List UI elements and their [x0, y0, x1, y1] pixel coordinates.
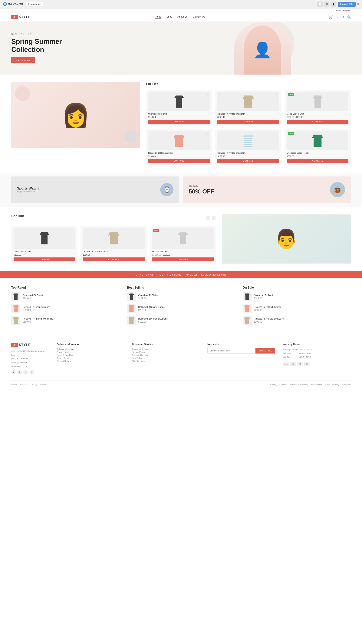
browser-bar-left: M MakeYourWP ECommerce: [3, 2, 43, 6]
footer-logo-column: UP STYLE Calide Wise 7293 Dickun Av. Ant…: [11, 343, 49, 375]
product-image: ♡: [148, 92, 210, 111]
nav-about[interactable]: About Us: [178, 15, 187, 19]
instagram-icon[interactable]: i: [29, 370, 34, 375]
footer-terms-condition[interactable]: Terms & Condition: [57, 354, 124, 356]
product-badge: -35%: [153, 229, 159, 232]
mini-product-image: [243, 304, 252, 313]
mini-product-info: Oversized Fit T-shirt $149.00: [23, 294, 43, 300]
for-her-title: For Her: [146, 82, 351, 86]
sports-watch-banner[interactable]: Sports Watch Bags & Accessories ⌚: [11, 176, 179, 203]
mini-product-info: Relaxed Fit Ribknit Jumper $299.00: [23, 306, 50, 312]
product-card: ♡ -35% Men's Grey T-Shirt $3,250.00 $800…: [150, 226, 216, 264]
product-name: Relaxed Fit Ribknit Jumper: [83, 250, 144, 253]
nav-shop[interactable]: Shop: [167, 15, 172, 19]
footer-search-terms[interactable]: Search Terms: [57, 357, 124, 359]
footer: UP STYLE Calide Wise 7293 Dickun Av. Ant…: [0, 335, 362, 390]
compare-button[interactable]: COMPARE: [152, 258, 214, 262]
browser-tab[interactable]: ECommerce: [26, 2, 43, 6]
mini-product-info: Relaxed Fit Ribknit Jumper $299.00: [138, 306, 165, 312]
footer-logo-box: UP: [11, 343, 18, 347]
launch-site-button[interactable]: Launch Site: [338, 2, 356, 6]
list-item: Relaxed Fit Printed sweatshirt $199.00: [243, 316, 351, 325]
product-image: ♡: [148, 131, 210, 150]
store-directory-link[interactable]: Store Directory: [325, 384, 339, 386]
mini-product-image: [127, 316, 136, 325]
product-card: ♡ Relaxed Fit Printed sweatshirt $199.00…: [215, 129, 281, 165]
about-us-footer-link[interactable]: About Us: [342, 384, 351, 386]
cart-icon[interactable]: 🛒: [329, 15, 333, 19]
twitter-icon[interactable]: t: [11, 370, 16, 375]
browser-phone-btn[interactable]: 📱: [331, 2, 336, 7]
footer-terms-condition-2[interactable]: Terms & Condition: [132, 354, 200, 356]
wishlist-heart-icon[interactable]: ♡: [206, 132, 209, 135]
footer-customer-service[interactable]: Customer Service: [132, 348, 200, 350]
wishlist-heart-icon[interactable]: ♡: [206, 93, 209, 96]
search-icon[interactable]: 🔍: [347, 15, 351, 19]
compare-button[interactable]: COMPARE: [148, 120, 210, 124]
for-her-products: For Her ♡ Oversized Fit T-shirt $149.00 …: [146, 82, 351, 165]
footer-privacy-policy-2[interactable]: Privacy Policy: [132, 351, 200, 353]
paypal-icon: PP: [304, 362, 310, 366]
wishlist-heart-icon[interactable]: ♡: [210, 229, 213, 232]
pinterest-icon[interactable]: p: [23, 370, 28, 375]
mini-product-price: $149.00: [254, 297, 274, 300]
mini-product-image: [11, 316, 20, 325]
compare-icon[interactable]: ⇄: [342, 15, 344, 19]
nav-home[interactable]: Home: [155, 15, 161, 19]
subscribe-button[interactable]: SUBSCRIBE: [255, 348, 275, 354]
browser-monitor-btn[interactable]: 🖥: [324, 2, 329, 7]
browser-chat-btn[interactable]: 💬: [317, 2, 323, 7]
footer-privacy-policy[interactable]: Privacy Policy: [57, 351, 124, 353]
wishlist-icon[interactable]: ♡: [336, 15, 339, 19]
mini-product-name: Oversized Fit T-shirt: [138, 294, 158, 297]
wishlist-heart-icon[interactable]: ♡: [141, 229, 144, 232]
compare-button[interactable]: COMPARE: [217, 159, 279, 163]
mini-product-image: [243, 316, 252, 325]
accessibility-link[interactable]: Accessibility: [311, 384, 322, 386]
compare-button[interactable]: COMPARE: [217, 120, 279, 124]
nav-contact[interactable]: Contact Us: [193, 15, 205, 19]
product-name: Relaxed Fit Printed sweatshirt: [217, 152, 279, 154]
for-him-section: For Him ‹ › ♡ Oversized Fit T-shirt $299…: [0, 207, 362, 271]
compare-button[interactable]: COMPARE: [148, 159, 210, 163]
privacy-cookies-link[interactable]: Privacy & Cookies: [270, 384, 287, 386]
next-arrow[interactable]: ›: [211, 216, 216, 220]
footer-delivery-information[interactable]: Delivery Information: [57, 348, 124, 350]
footer-best-seller[interactable]: Best Seller: [132, 357, 200, 359]
wishlist-heart-icon[interactable]: ♡: [276, 93, 278, 96]
product-name: Men's Grey T-Shirt: [287, 112, 349, 115]
hero-shop-now-button[interactable]: SHOP NOW: [11, 58, 35, 64]
facebook-icon[interactable]: f: [17, 370, 22, 375]
footer-manufactures[interactable]: Manufactures: [132, 360, 200, 362]
compare-button[interactable]: COMPARE: [287, 159, 349, 163]
mini-product-price: $299.00: [138, 309, 165, 312]
browser-close-button[interactable]: ×: [357, 2, 359, 6]
wishlist-heart-icon[interactable]: ♡: [72, 229, 74, 232]
big-sale-banner[interactable]: Big Sale 50% OFF 👜: [183, 176, 351, 203]
compare-button[interactable]: COMPARE: [83, 258, 144, 262]
product-price: $350.00: [287, 155, 349, 158]
product-name: Men's Grey T-Shirt: [152, 250, 214, 253]
terms-conditions-link[interactable]: Terms & Conditions: [290, 384, 308, 386]
compare-button[interactable]: COMPARE: [13, 258, 75, 262]
product-card: ♡ Oversized Fit T-shirt $149.00 COMPARE: [146, 90, 212, 126]
wishlist-heart-icon[interactable]: ♡: [345, 93, 347, 96]
compare-button[interactable]: COMPARE: [287, 120, 349, 124]
wishlist-heart-icon[interactable]: ♡: [345, 132, 347, 135]
newsletter-email-input[interactable]: [207, 348, 255, 354]
mini-product-name: Relaxed Fit Printed sweatshirt: [254, 318, 284, 320]
mini-product-price: $199.00: [138, 320, 168, 323]
prev-arrow[interactable]: ‹: [206, 216, 210, 220]
browser-logo: M MakeYourWP: [3, 2, 23, 6]
newsletter-title: Newsletter: [207, 343, 275, 346]
copyright-text: MakeYourWP © 2023 — All right reserved!: [11, 384, 47, 386]
product-name: Oversized Green Hoodie: [287, 152, 349, 154]
site-logo: UP STYLE: [11, 15, 30, 19]
mini-product-price: $199.00: [254, 320, 284, 323]
footer-order-return[interactable]: Order & Return: [57, 360, 124, 362]
product-price: $299.00: [83, 254, 144, 256]
login-register-link[interactable]: Login / Register: [336, 9, 351, 12]
bag-icon: 👜: [330, 182, 345, 197]
wishlist-heart-icon[interactable]: ♡: [276, 132, 278, 135]
for-her-products-grid: ♡ Oversized Fit T-shirt $149.00 COMPARE …: [146, 90, 351, 165]
